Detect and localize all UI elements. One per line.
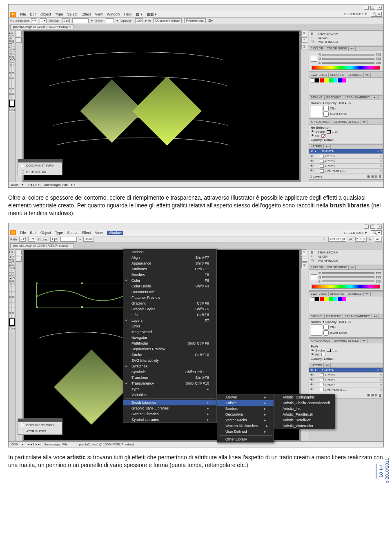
canvas-area[interactable] <box>22 30 301 182</box>
appearance-tab[interactable]: APPEARANCE <box>309 120 332 124</box>
menu-item-document-info[interactable]: Document Info <box>123 289 216 295</box>
canvas-area[interactable]: ActionsAlignShift+F7AppearanceShift+F6At… <box>22 249 301 441</box>
eraser-tool[interactable]: ⌫ <box>12 57 14 62</box>
fill-stroke-icon[interactable] <box>9 100 15 107</box>
close-button[interactable]: × <box>377 6 382 10</box>
menu-window[interactable]: Window <box>107 12 120 16</box>
menu-item-artistic-scrollpen[interactable]: Artistic_ScrollPen <box>274 417 335 423</box>
menu-item-appearance[interactable]: AppearanceShift+F6 <box>123 260 216 266</box>
menu-item-info[interactable]: InfoCtrl+F8 <box>123 312 216 318</box>
menu-item-svg-interactivity[interactable]: SVG Interactivity <box>123 358 216 363</box>
menu-effect[interactable]: Effect <box>82 12 91 16</box>
menu-item-artistic-paintbrush[interactable]: Artistic_Paintbrush <box>274 412 335 417</box>
pen-tool[interactable]: ✒ <box>9 41 11 46</box>
menu-type[interactable]: Type <box>55 12 63 16</box>
blob-tool[interactable]: ● <box>9 57 11 62</box>
menu-item-artistic-watercolor[interactable]: Artistic_Watercolor <box>274 423 335 429</box>
opacity-field[interactable]: 100 <box>135 18 143 23</box>
menu-object[interactable]: Object <box>40 12 51 16</box>
menu-item-user-defined[interactable]: User Defined▸ <box>217 429 274 434</box>
menu-item-swatch-libraries[interactable]: Swatch Libraries▸ <box>123 411 216 417</box>
color-tab[interactable]: ◊ COLOR <box>309 47 325 51</box>
preferences-button[interactable]: Preferences <box>184 18 206 23</box>
color-preview[interactable] <box>311 56 317 62</box>
menu-item-links[interactable]: Links <box>123 323 216 329</box>
menu-select[interactable]: Select <box>67 231 78 235</box>
brush-tool[interactable]: ✎ <box>9 52 11 57</box>
rotate-tool[interactable]: ↻ <box>9 62 11 67</box>
min-button[interactable]: – <box>364 225 369 229</box>
menu-item-symbols[interactable]: SymbolsShift+Ctrl+F11 <box>123 369 216 375</box>
menu-effect[interactable]: Effect <box>82 231 91 235</box>
transform-icon[interactable]: ⊞ <box>301 31 307 36</box>
menu-edit[interactable]: Edit <box>30 12 37 16</box>
pencil-tool[interactable]: ✏ <box>12 52 14 57</box>
zoom-field[interactable]: 150% <box>10 443 18 446</box>
menu-file[interactable]: File <box>20 231 26 235</box>
menu-type[interactable]: Type <box>55 231 63 235</box>
fill-swatch[interactable]: ▪ ▾ <box>31 18 37 23</box>
menu-item-color[interactable]: ✓ColorF6 <box>123 278 216 283</box>
selected-path[interactable] <box>36 283 126 307</box>
menu-select[interactable]: Select <box>67 12 78 16</box>
menu-object[interactable]: Object <box>40 231 51 235</box>
clip-checkbox[interactable] <box>323 106 329 111</box>
menu-item-swatches[interactable]: ✓Swatches <box>123 363 216 369</box>
menu-item-magic-wand[interactable]: Magic Wand <box>123 329 216 335</box>
menu-item-artistic-ink[interactable]: Artistic_Ink <box>274 406 335 412</box>
brushes-tab[interactable]: BRUSHES <box>329 73 346 77</box>
spectrum[interactable] <box>312 66 380 70</box>
lasso-tool[interactable]: ⊃ <box>12 36 14 41</box>
rect-tool[interactable]: ▭ <box>12 47 14 51</box>
menu-item-graphic-styles[interactable]: Graphic StylesShift+F5 <box>123 306 216 312</box>
swatches-tab[interactable]: SWATCHES <box>309 73 329 77</box>
menu-file[interactable]: File <box>20 12 26 16</box>
menu-edit[interactable]: Edit <box>30 231 37 235</box>
menu-item-type[interactable]: Type▸ <box>123 386 216 392</box>
stroke-weight[interactable]: 1 pt <box>50 237 58 242</box>
menu-item-navigator[interactable]: Navigator <box>123 335 216 340</box>
max-button[interactable]: □ <box>370 6 375 10</box>
symbols-tab[interactable]: SYMBOLS <box>346 73 364 77</box>
type-tool[interactable]: T <box>12 41 14 46</box>
menu-item-flattener-preview[interactable]: Flattener Preview <box>123 295 216 300</box>
menu-view[interactable]: View <box>95 231 102 235</box>
direct-select-tool[interactable]: ▹ <box>12 31 14 36</box>
menu-item-brushes[interactable]: BrushesF5 <box>123 272 216 278</box>
pathfinder-icon[interactable]: ◫ <box>301 44 307 49</box>
menu-item-color-guide[interactable]: Color GuideShift+F3 <box>123 283 216 289</box>
style-basic[interactable]: Basic <box>83 237 94 242</box>
colorguide-tab[interactable]: COLOR GUIDE <box>325 47 349 51</box>
align-icon[interactable]: ≡ <box>301 37 307 43</box>
g-slider[interactable] <box>322 58 374 60</box>
dock-icon[interactable] <box>16 37 22 43</box>
zoom-field[interactable]: 100% <box>10 183 18 187</box>
workspace-switcher[interactable]: ESSENTIALS ▾ <box>344 231 367 235</box>
menu-item-attributes[interactable]: AttributesCtrl+F11 <box>123 266 216 272</box>
menu-item-variables[interactable]: Variables <box>123 392 216 398</box>
menu-item-borders[interactable]: Borders▸ <box>217 406 274 412</box>
r-slider[interactable] <box>322 54 374 56</box>
menu-item-artistic-chalkcharcoalpencil[interactable]: Artistic_ChalkCharcoalPencil <box>274 400 335 406</box>
stroke-weight[interactable]: 1 pt <box>62 18 70 23</box>
line-tool[interactable]: ╲ <box>9 47 11 51</box>
max-button[interactable]: □ <box>370 225 375 229</box>
page-nav[interactable]: |◂ ◂ 1 ▸ ▸| <box>27 183 40 187</box>
scale-tool[interactable]: ⤢ <box>12 62 14 67</box>
layers-tab[interactable]: LAYERS <box>309 145 324 149</box>
menu-item-arrows[interactable]: Arrows▸ <box>217 394 274 400</box>
doc-setup-button[interactable]: Document Setup <box>153 18 182 23</box>
menu-item-transform[interactable]: TransformShift+F8 <box>123 375 216 380</box>
menu-item-actions[interactable]: Actions <box>123 249 216 255</box>
menu-item-transparency[interactable]: ✓TransparencyShift+Ctrl+F10 <box>123 380 216 386</box>
doc-tab[interactable]: pianta2.dwg* @ 150% (RGB/Preview) × <box>10 243 74 248</box>
menu-help[interactable]: Help <box>124 12 132 16</box>
layer-pianta[interactable]: PIANTA <box>322 149 334 153</box>
min-button[interactable]: – <box>364 6 369 10</box>
menu-item-gradient[interactable]: GradientCtrl+F9 <box>123 300 216 306</box>
doc-tab[interactable]: pianta2.dwg* @ 100% (RGB/Preview) × <box>10 24 74 29</box>
menu-item-artistic[interactable]: Artistic▸ <box>217 400 274 406</box>
menu-item-pathfinder[interactable]: PathfinderShift+Ctrl+F9 <box>123 340 216 346</box>
menu-window[interactable]: Window <box>107 231 123 235</box>
menu-item-separations-preview[interactable]: Separations Preview <box>123 346 216 352</box>
